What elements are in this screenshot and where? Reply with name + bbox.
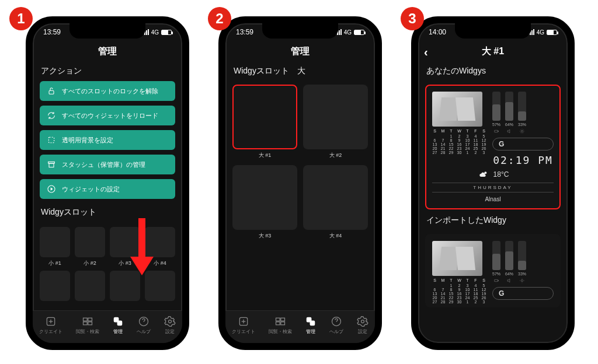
unlock-icon <box>47 86 56 96</box>
slot-label: 大 #1 <box>259 152 272 159</box>
slider-pct: 64% <box>505 123 513 127</box>
slot-label: 大 #4 <box>329 232 342 240</box>
tab-create[interactable]: クリエイト <box>232 316 255 335</box>
phone-1: 13:59 4G 管理 アクション すべてのスロットのロックを解除 すべてのウィ… <box>26 16 189 350</box>
widgy-name-label: Alnasl <box>432 196 554 202</box>
slot-large-4[interactable]: 大 #4 <box>303 165 368 240</box>
calendar-preview: SMTWTFS 12345678910111213141516171819202… <box>432 278 486 304</box>
tab-label: 設定 <box>358 328 367 335</box>
brightness-icon <box>519 278 525 284</box>
tab-bar: クリエイト 閲覧・検索 管理 ヘルプ 設定 <box>33 310 182 343</box>
network-label: 4G <box>344 29 352 36</box>
tab-help[interactable]: ヘルプ <box>137 316 151 335</box>
svg-rect-19 <box>276 322 280 325</box>
tab-bar: クリエイト 閲覧・検索 管理 ヘルプ 設定 <box>225 310 375 343</box>
section-imported-widgys: インポートしたWidgy <box>418 213 568 230</box>
svg-rect-9 <box>88 322 92 325</box>
sliders-preview: 57% 64% 33% <box>492 241 554 284</box>
svg-rect-7 <box>88 318 92 321</box>
status-time: 13:59 <box>43 28 61 36</box>
step-badge-3: 3 <box>401 7 424 30</box>
slot-large-2[interactable]: 大 #2 <box>303 85 368 159</box>
action-label: すべてのウィジェットをリロード <box>62 111 158 120</box>
svg-rect-8 <box>83 322 87 325</box>
slider-pct: 57% <box>492 123 500 127</box>
battery-icon <box>493 128 499 134</box>
tab-label: 管理 <box>306 328 315 335</box>
weather-preview: 18°C <box>432 170 554 179</box>
notch <box>455 23 531 38</box>
svg-rect-3 <box>49 163 54 167</box>
set-transparent-bg-button[interactable]: 透明用背景を設定 <box>40 130 175 150</box>
search-initial: G <box>499 140 504 148</box>
slider-pct: 33% <box>518 123 526 127</box>
svg-rect-0 <box>49 90 54 94</box>
svg-rect-26 <box>498 131 499 132</box>
svg-rect-1 <box>48 137 54 142</box>
network-label: 4G <box>537 29 544 36</box>
back-button[interactable]: ‹ <box>424 46 428 59</box>
tab-manage[interactable]: 管理 <box>305 316 317 335</box>
svg-point-13 <box>168 320 171 323</box>
manage-stash-button[interactable]: スタッシュ（保管庫）の管理 <box>40 155 175 174</box>
tab-label: ヘルプ <box>329 328 343 335</box>
tab-browse[interactable]: 閲覧・検索 <box>269 316 292 335</box>
status-time: 13:59 <box>236 28 253 36</box>
section-large-slots: Widgyスロット 大 <box>225 64 375 81</box>
battery-icon <box>161 30 172 35</box>
brightness-icon <box>519 128 525 134</box>
tab-label: クリエイト <box>232 328 255 335</box>
slot-small-2[interactable]: 小 #2 <box>75 227 105 267</box>
battery-icon <box>354 30 364 35</box>
slot-large-1[interactable]: 大 #1 <box>232 85 297 159</box>
tab-label: クリエイト <box>39 328 62 335</box>
tab-label: 管理 <box>113 328 123 335</box>
play-icon <box>47 184 56 194</box>
widgy-thumbnail <box>432 92 482 127</box>
search-preview: G <box>492 138 554 150</box>
tab-settings[interactable]: 設定 <box>357 316 368 335</box>
network-label: 4G <box>151 29 159 36</box>
phone-3: 14:00 4G ‹ 大 #1 あなたのWidgys SMTWTFS 12345… <box>411 16 575 350</box>
slot-label: 小 #1 <box>40 260 70 267</box>
clock-preview: 02:19 PM <box>492 154 554 166</box>
reload-widgets-button[interactable]: すべてのウィジェットをリロード <box>40 106 175 125</box>
archive-icon <box>47 160 56 169</box>
svg-rect-25 <box>495 130 498 132</box>
slider-pct: 33% <box>518 272 526 276</box>
tab-browse[interactable]: 閲覧・検索 <box>76 316 99 335</box>
battery-icon <box>493 278 499 284</box>
action-label: ウィジェットの設定 <box>62 185 120 194</box>
tab-help[interactable]: ヘルプ <box>329 316 343 335</box>
page-title: ‹ 大 #1 <box>418 41 568 64</box>
tab-settings[interactable]: 設定 <box>164 316 176 335</box>
slider-pct: 64% <box>505 272 513 276</box>
reload-icon <box>47 111 56 120</box>
tab-create[interactable]: クリエイト <box>39 316 62 335</box>
slot-large-3[interactable]: 大 #3 <box>232 165 297 240</box>
svg-point-24 <box>361 320 364 323</box>
svg-rect-29 <box>495 279 498 281</box>
widgy-card-imported[interactable]: SMTWTFS 12345678910111213141516171819202… <box>425 234 561 307</box>
svg-rect-30 <box>498 280 499 281</box>
dayname-preview: THURSDAY <box>432 183 554 192</box>
slot-small-6[interactable] <box>75 271 105 301</box>
section-your-widgys: あなたのWidgys <box>418 64 568 81</box>
step-badge-1: 1 <box>9 7 33 30</box>
sliders-preview: 57% 64% 33% <box>492 92 554 134</box>
svg-marker-15 <box>130 257 154 275</box>
widget-settings-button[interactable]: ウィジェットの設定 <box>40 179 175 199</box>
widgy-thumbnail <box>432 241 482 276</box>
slot-label: 大 #2 <box>329 152 342 159</box>
tab-manage[interactable]: 管理 <box>112 316 124 335</box>
tab-label: 閲覧・検索 <box>76 328 99 335</box>
calendar-preview: SMTWTFS 12345678910111213141516171819202… <box>432 129 486 155</box>
widgy-card-selected[interactable]: SMTWTFS 12345678910111213141516171819202… <box>425 85 561 209</box>
slot-small-5[interactable] <box>40 271 70 301</box>
svg-rect-6 <box>83 318 87 321</box>
phone-2: 13:59 4G 管理 Widgyスロット 大 大 #1 大 #2 大 #3 大… <box>218 16 382 350</box>
slot-small-1[interactable]: 小 #1 <box>40 227 70 267</box>
unlock-all-slots-button[interactable]: すべてのスロットのロックを解除 <box>40 81 175 101</box>
page-title: 管理 <box>33 41 182 64</box>
search-preview: G <box>492 287 554 300</box>
